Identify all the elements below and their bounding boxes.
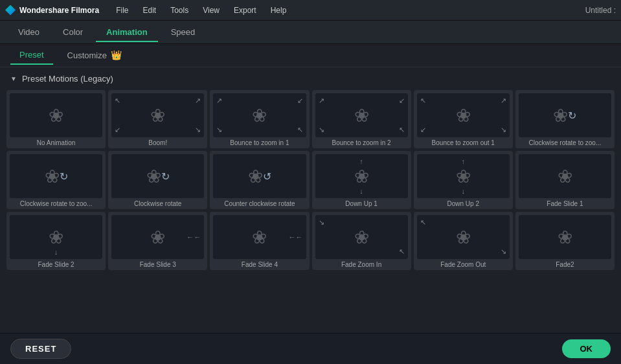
thumb-flower: ❀ [558, 227, 572, 248]
grid-thumbnail: ❀↺ [213, 154, 306, 198]
thumb-flower: ❀ [150, 105, 165, 126]
grid-item[interactable]: ❀↻ Clockwise rotate to zoo... [6, 151, 106, 209]
arrow-down: ↓ [461, 187, 465, 195]
grid-label: Fade2 [519, 261, 611, 268]
arrow-right: ←← [186, 233, 201, 241]
tab-speed[interactable]: Speed [161, 23, 206, 42]
tab-video[interactable]: Video [8, 23, 50, 42]
grid-thumbnail: ❀↻ [10, 154, 102, 198]
grid-container: ❀ No Animation ❀↖ ↗ ↙ ↘ Boom! ❀↗ ↙ ↘ ↖ B… [0, 90, 621, 332]
grid-item[interactable]: ❀ No Animation [6, 90, 106, 148]
titlebar: Wondershare Filmora FileEditToolsViewExp… [0, 0, 621, 21]
arrow-tr: ↙ [399, 97, 405, 105]
grid-label: No Animation [10, 139, 102, 146]
arrow-right2: ←← [289, 233, 303, 241]
grid-item[interactable]: ❀↻ Clockwise rotate to zoo... [515, 90, 615, 148]
thumb-flower: ❀ [354, 166, 369, 187]
grid-label: Clockwise rotate to zoo... [10, 200, 102, 207]
grid-thumbnail: ❀↖ ↗ ↙ ↘ [417, 93, 510, 137]
thumb-flower: ❀ [354, 227, 369, 248]
rotate-arrow: ↻ [568, 109, 576, 122]
tab-color[interactable]: Color [52, 23, 93, 42]
subtabbar: Preset Customize 👑 [0, 44, 621, 67]
thumb-flower: ❀ [558, 166, 572, 187]
arrow-bl: ↘ [216, 126, 222, 134]
menu-item-tools[interactable]: Tools [164, 3, 195, 17]
grid-label: Fade Slide 3 [111, 261, 204, 268]
grid-label: Clockwise rotate [111, 200, 204, 207]
thumb-flower: ❀ [150, 227, 165, 248]
rotate-arrow: ↻ [60, 170, 68, 183]
menu-item-help[interactable]: Help [264, 3, 293, 17]
grid-label: Fade Slide 2 [10, 261, 102, 268]
grid-item[interactable]: ❀←← Fade Slide 3 [108, 212, 207, 270]
grid-label: Fade Slide 4 [213, 261, 306, 268]
app-name: Wondershare Filmora [19, 6, 99, 15]
reset-button[interactable]: RESET [10, 339, 71, 359]
grid-thumbnail: ❀↑ ↓ [417, 154, 510, 198]
grid-item[interactable]: ❀↗ ↙ ↘ ↖ Bounce to zoom in 2 [312, 90, 411, 148]
grid-item[interactable]: ❀ Fade Slide 1 [515, 151, 615, 209]
arrow-down: ↓ [54, 248, 58, 256]
arrow-br: ↘ [501, 247, 506, 256]
menu-bar: FileEditToolsViewExportHelp [109, 3, 585, 17]
grid-label: Down Up 2 [417, 200, 510, 207]
grid-thumbnail: ❀↘ ↖ [315, 215, 408, 259]
arrow-bl: ↙ [115, 126, 120, 134]
grid-item[interactable]: ❀←← Fade Slide 4 [210, 212, 309, 270]
arrow-br: ↘ [195, 126, 201, 134]
arrow-up: ↑ [359, 157, 363, 165]
arrow-br: ↖ [297, 126, 303, 134]
grid-label: Clockwise rotate to zoo... [519, 139, 611, 146]
menu-item-view[interactable]: View [196, 3, 226, 17]
arrow-tl: ↗ [216, 97, 222, 105]
arrow-br: ↖ [399, 247, 405, 256]
arrow-tl: ↖ [420, 218, 426, 227]
grid-item[interactable]: ❀↖ ↗ ↙ ↘ Boom! [108, 90, 207, 148]
grid-item[interactable]: ❀↺ Counter clockwise rotate [210, 151, 309, 209]
menu-item-edit[interactable]: Edit [136, 3, 163, 17]
arrow-tr: ↗ [195, 97, 201, 105]
animation-grid: ❀ No Animation ❀↖ ↗ ↙ ↘ Boom! ❀↗ ↙ ↘ ↖ B… [6, 90, 615, 270]
thumb-flower: ❀ [252, 105, 267, 126]
grid-label: Bounce to zoom out 1 [417, 139, 510, 146]
thumb-flower: ❀ [45, 166, 60, 187]
section-header[interactable]: ▼ Preset Motions (Legacy) [0, 67, 621, 90]
thumb-flower: ❀ [146, 166, 161, 187]
grid-label: Fade Zoom Out [417, 261, 510, 268]
grid-label: Bounce to zoom in 1 [213, 139, 306, 146]
grid-item[interactable]: ❀↖ ↗ ↙ ↘ Bounce to zoom out 1 [414, 90, 513, 148]
grid-item[interactable]: ❀↘ ↖ Fade Zoom In [312, 212, 411, 270]
app-logo: Wondershare Filmora [5, 5, 99, 16]
grid-item[interactable]: ❀ Fade2 [515, 212, 615, 270]
grid-thumbnail: ❀↑ ↓ [315, 154, 408, 198]
subtab-customize[interactable]: Customize 👑 [58, 46, 131, 65]
grid-item[interactable]: ❀↑ ↓ Down Up 2 [414, 151, 513, 209]
grid-thumbnail: ❀↻ [519, 93, 611, 137]
rotate-arrow: ↺ [263, 170, 271, 183]
subtab-preset[interactable]: Preset [10, 46, 53, 65]
thumb-flower: ❀ [49, 105, 63, 126]
logo-icon [5, 5, 16, 16]
grid-item[interactable]: ❀↑ ↓ Down Up 1 [312, 151, 411, 209]
menu-item-export[interactable]: Export [227, 3, 263, 17]
arrow-up: ↑ [461, 157, 465, 165]
rotate-arrow: ↻ [161, 170, 170, 183]
section-label: Preset Motions (Legacy) [22, 74, 113, 84]
tab-animation[interactable]: Animation [96, 23, 158, 42]
menu-item-file[interactable]: File [109, 3, 135, 17]
grid-label: Fade Slide 1 [519, 200, 611, 207]
grid-thumbnail: ❀↓ [10, 215, 102, 259]
tabbar: VideoColorAnimationSpeed [0, 21, 621, 44]
crown-icon: 👑 [111, 50, 122, 60]
grid-item[interactable]: ❀↗ ↙ ↘ ↖ Bounce to zoom in 1 [210, 90, 309, 148]
arrow-bl: ↘ [319, 126, 324, 134]
grid-item[interactable]: ❀↻ Clockwise rotate [108, 151, 207, 209]
arrow-tl: ↖ [420, 97, 426, 105]
grid-item[interactable]: ❀↖ ↘ Fade Zoom Out [414, 212, 513, 270]
grid-thumbnail: ❀←← [111, 215, 204, 259]
ok-button[interactable]: OK [562, 339, 611, 358]
grid-thumbnail: ❀↖ ↗ ↙ ↘ [111, 93, 204, 137]
grid-label: Bounce to zoom in 2 [315, 139, 408, 146]
grid-item[interactable]: ❀↓ Fade Slide 2 [6, 212, 106, 270]
